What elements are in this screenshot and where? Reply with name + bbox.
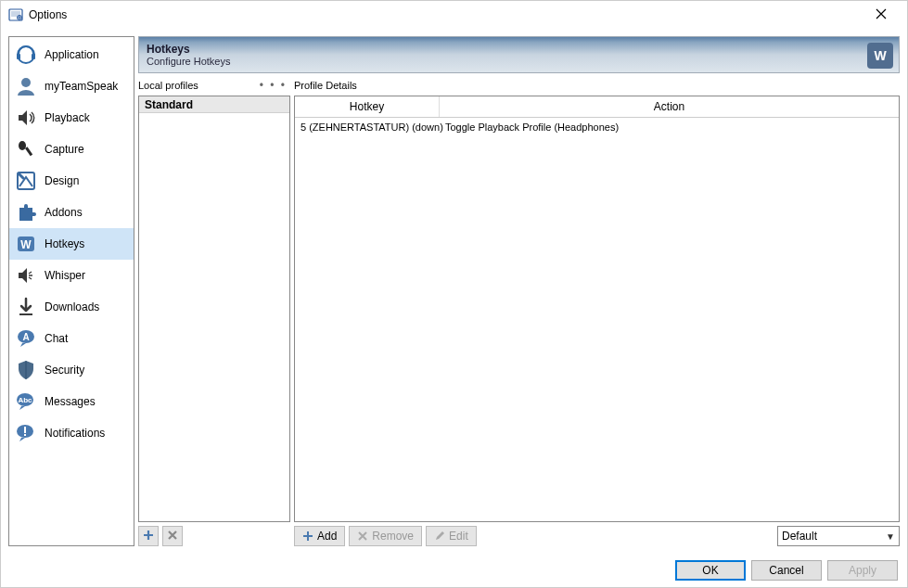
main-pane: Hotkeys Configure Hotkeys W Local profil… [138,36,900,546]
sidebar-item-whisper[interactable]: Whisper [9,260,134,291]
sidebar-item-notifications[interactable]: Notifications [9,417,134,449]
svg-rect-8 [25,147,32,156]
cancel-button[interactable]: Cancel [751,560,822,581]
titlebar: Options [1,1,907,29]
add-hotkey-button[interactable]: Add [294,526,345,546]
svg-rect-4 [17,54,20,59]
sidebar-item-label: Design [45,174,79,187]
svg-text:W: W [20,238,32,251]
sidebar-item-messages[interactable]: Abc Messages [9,386,134,417]
sidebar: Application myTeamSpeak Playback Capture [8,36,134,546]
table-body[interactable]: 5 (ZEHNERTASTATUR) (down) Toggle Playbac… [295,118,899,521]
edit-hotkey-button[interactable]: Edit [426,526,477,546]
sidebar-item-downloads[interactable]: Downloads [9,291,134,323]
profiles-list[interactable]: Standard [138,96,290,522]
remove-profile-button[interactable] [162,526,183,546]
banner-title: Hotkeys [147,43,231,56]
sidebar-item-myteamspeak[interactable]: myTeamSpeak [9,70,134,102]
details-label: Profile Details [294,77,900,94]
banner-icon-label: W [874,48,886,63]
messages-icon: Abc [15,390,37,413]
cell-action: Toggle Playback Profile (Headphones) [440,120,899,134]
svg-rect-18 [24,427,26,433]
body-split: Local profiles • • • Standard [138,77,900,546]
ok-button[interactable]: OK [675,560,746,581]
table-header: Hotkey Action [295,96,899,118]
sidebar-item-label: Security [45,364,84,377]
content: Application myTeamSpeak Playback Capture [1,29,907,554]
svg-text:A: A [22,332,29,342]
sidebar-item-label: Addons [45,206,83,219]
user-icon [15,75,37,97]
sidebar-item-hotkeys[interactable]: W Hotkeys [9,228,134,260]
sidebar-item-addons[interactable]: Addons [9,197,134,228]
banner-subtitle: Configure Hotkeys [147,56,231,67]
profiles-more-button[interactable]: • • • [256,79,290,92]
column-action[interactable]: Action [440,96,899,117]
whisper-icon [15,264,37,287]
details-table: Hotkey Action 5 (ZEHNERTASTATUR) (down) … [294,96,900,522]
svg-rect-19 [24,434,26,436]
banner-icon: W [867,43,893,69]
sidebar-item-design[interactable]: Design [9,165,134,197]
chevron-down-icon: ▼ [886,531,895,542]
combo-selected: Default [782,530,817,543]
details-column: Profile Details Hotkey Action 5 (ZEHNERT… [294,77,900,546]
close-button[interactable] [863,2,900,28]
table-row[interactable]: 5 (ZEHNERTASTATUR) (down) Toggle Playbac… [295,118,899,136]
svg-text:Abc: Abc [18,396,32,404]
plus-icon [302,530,313,542]
svg-rect-12 [19,313,32,315]
sidebar-item-application[interactable]: Application [9,39,134,70]
profiles-label: Local profiles [138,80,198,91]
add-button-label: Add [317,530,337,543]
speaker-icon [15,107,37,129]
design-icon [15,170,37,192]
svg-point-6 [21,78,31,87]
x-icon [166,529,179,544]
sidebar-item-label: Messages [45,395,96,408]
puzzle-icon [15,201,37,224]
remove-hotkey-button[interactable]: Remove [349,526,422,546]
svg-rect-5 [32,54,35,59]
header-banner: Hotkeys Configure Hotkeys W [138,36,900,73]
close-icon [876,7,887,22]
headset-icon [15,44,37,66]
sidebar-item-label: Notifications [45,427,105,440]
sidebar-item-playback[interactable]: Playback [9,102,134,134]
remove-button-label: Remove [372,530,414,543]
sidebar-item-label: Whisper [45,269,85,282]
sidebar-item-label: Capture [45,143,84,156]
plus-icon [142,529,155,544]
keyboard-key-icon: W [15,233,37,255]
sidebar-item-chat[interactable]: A Chat [9,323,134,354]
details-footer: Add Remove Edit [294,526,900,546]
sidebar-item-label: Application [45,48,99,61]
profile-row[interactable]: Standard [139,96,289,113]
svg-point-7 [19,141,26,150]
sidebar-item-label: Chat [45,332,68,345]
sidebar-item-label: Playback [45,111,90,124]
more-dots-icon: • • • [260,79,287,92]
hotkey-mode-combo[interactable]: Default ▼ [777,526,900,546]
sidebar-item-label: myTeamSpeak [45,80,118,93]
window-title: Options [29,8,863,21]
edit-button-label: Edit [449,530,468,543]
chat-icon: A [15,327,37,350]
microphone-icon [15,138,37,160]
options-dialog: Options Application myTeamSpeak [0,0,908,588]
sidebar-item-capture[interactable]: Capture [9,134,134,165]
profiles-column: Local profiles • • • Standard [138,77,290,546]
dialog-footer: OK Cancel Apply [1,554,907,587]
cell-hotkey: 5 (ZEHNERTASTATUR) (down) [295,120,440,134]
notification-icon [15,422,37,444]
shield-icon [15,359,37,381]
add-profile-button[interactable] [138,526,159,546]
sidebar-item-security[interactable]: Security [9,354,134,386]
download-icon [15,296,37,318]
sidebar-item-label: Downloads [45,300,99,313]
app-icon [8,7,23,22]
apply-button[interactable]: Apply [827,560,898,581]
column-hotkey[interactable]: Hotkey [295,96,440,117]
pencil-icon [434,530,445,542]
